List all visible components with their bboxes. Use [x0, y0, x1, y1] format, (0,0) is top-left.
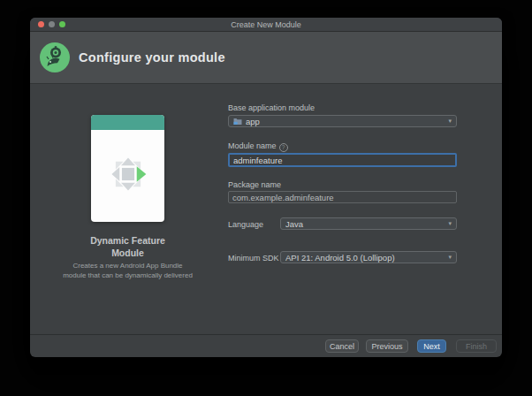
chevron-down-icon: ▾	[448, 254, 452, 261]
module-type-title: Dynamic Feature Module	[48, 235, 208, 259]
create-new-module-dialog: Create New Module Configure your module	[30, 18, 502, 357]
finish-button: Finish	[456, 339, 497, 353]
previous-button[interactable]: Previous	[366, 339, 408, 353]
minimum-sdk-value: API 21: Android 5.0 (Lollipop)	[285, 253, 445, 263]
titlebar[interactable]: Create New Module	[30, 18, 502, 32]
next-button[interactable]: Next	[417, 339, 446, 353]
dynamic-feature-illustration	[91, 115, 164, 222]
module-icon	[233, 117, 242, 126]
base-application-module-dropdown[interactable]: app ▾	[228, 115, 457, 127]
module-type-description: Creates a new Android App Bundle module …	[48, 262, 208, 281]
wizard-header: Configure your module	[30, 32, 502, 84]
android-studio-module-icon	[39, 42, 71, 73]
package-name-label: Package name	[228, 180, 281, 189]
minimum-sdk-dropdown[interactable]: API 21: Android 5.0 (Lollipop) ▾	[280, 251, 457, 263]
package-name-input[interactable]	[228, 191, 457, 203]
module-name-label: Module name?	[228, 141, 288, 152]
close-button[interactable]	[38, 21, 44, 27]
window-title: Create New Module	[30, 20, 502, 29]
card-teal-bar	[91, 115, 164, 130]
language-dropdown[interactable]: Java ▾	[280, 217, 457, 230]
dynamic-feature-diamond-icon	[108, 154, 148, 194]
minimum-sdk-label: Minimum SDK	[228, 254, 279, 263]
base-application-module-label: Base application module	[228, 103, 315, 112]
chevron-down-icon: ▾	[448, 118, 452, 125]
zoom-button[interactable]	[59, 21, 65, 27]
minimize-button[interactable]	[49, 21, 55, 27]
cancel-button[interactable]: Cancel	[325, 339, 359, 353]
help-icon[interactable]: ?	[279, 143, 288, 152]
base-application-module-value: app	[246, 117, 445, 126]
traffic-lights	[38, 21, 65, 27]
module-name-input[interactable]	[228, 153, 457, 167]
footer-divider	[30, 334, 502, 335]
language-label: Language	[228, 220, 263, 229]
page-title: Configure your module	[79, 50, 225, 65]
chevron-down-icon: ▾	[448, 220, 452, 227]
language-value: Java	[285, 219, 445, 229]
